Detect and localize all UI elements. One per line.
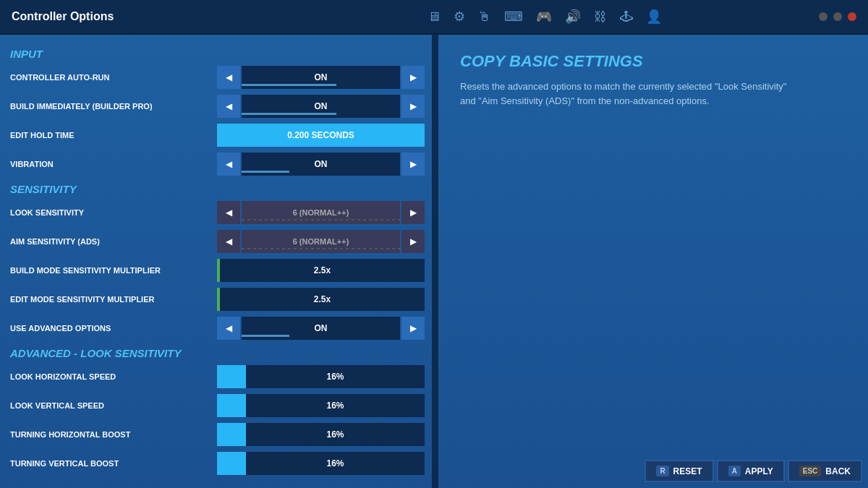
gear-icon[interactable]: ⚙ xyxy=(454,9,465,25)
turn-v-boost-label: TURNING VERTICAL BOOST xyxy=(7,459,217,468)
build-immediately-value: ON xyxy=(242,95,400,118)
aim-sensitivity-right-arrow[interactable]: ▶ xyxy=(401,230,425,253)
aim-sensitivity-control: ◀ 6 (NORMAL++) ▶ xyxy=(217,230,425,253)
look-v-speed-label: LOOK VERTICAL SPEED xyxy=(7,401,217,410)
look-sensitivity-left-arrow[interactable]: ◀ xyxy=(217,201,240,224)
look-h-speed-control: 16% xyxy=(217,365,425,388)
edit-hold-time-label: EDIT HOLD TIME xyxy=(7,131,217,140)
setting-row-vibration: VIBRATION ◀ ON ▶ xyxy=(7,151,425,177)
build-multiplier-value: 2.5x xyxy=(220,265,425,275)
reset-key: R xyxy=(656,466,668,476)
aim-sensitivity-value: 6 (NORMAL++) xyxy=(242,230,400,253)
edit-multiplier-value: 2.5x xyxy=(220,294,425,304)
setting-row-build-multiplier: BUILD MODE SENSITIVITY MULTIPLIER 2.5x xyxy=(7,257,425,283)
build-multiplier-label: BUILD MODE SENSITIVITY MULTIPLIER xyxy=(7,266,217,275)
user-icon[interactable]: 👤 xyxy=(646,9,662,25)
auto-run-value: ON xyxy=(242,66,400,89)
setting-row-aim-sensitivity: AIM SENSITIVITY (ADS) ◀ 6 (NORMAL++) ▶ xyxy=(7,228,425,254)
look-sensitivity-control: ◀ 6 (NORMAL++) ▶ xyxy=(217,201,425,224)
auto-run-label: CONTROLLER AUTO-RUN xyxy=(7,73,217,82)
setting-row-turn-v-boost: TURNING VERTICAL BOOST 16% xyxy=(7,450,425,476)
edit-multiplier-control: 2.5x xyxy=(217,288,425,311)
footer: R RESET A APPLY ESC BACK xyxy=(639,454,868,488)
back-label: BACK xyxy=(825,466,851,476)
right-panel: COPY BASIC SETTINGS Resets the advanced … xyxy=(438,35,868,488)
setting-row-build-immediately: BUILD IMMEDIATELY (BUILDER PRO) ◀ ON ▶ xyxy=(7,93,425,119)
edit-hold-time-control: 0.200 Seconds xyxy=(217,124,425,147)
look-h-speed-value: 16% xyxy=(246,372,425,382)
setting-row-use-advanced: USE ADVANCED OPTIONS ◀ ON ▶ xyxy=(7,315,425,341)
copy-settings-title: COPY BASIC SETTINGS xyxy=(460,52,846,71)
scroll-divider xyxy=(434,35,438,488)
aim-sensitivity-label: AIM SENSITIVITY (ADS) xyxy=(7,237,217,246)
close-button[interactable] xyxy=(848,12,856,21)
build-immediately-control: ◀ ON ▶ xyxy=(217,95,425,118)
vibration-value: ON xyxy=(242,153,400,176)
keyboard-icon[interactable]: ⌨ xyxy=(504,9,523,25)
use-advanced-right-arrow[interactable]: ▶ xyxy=(401,317,425,340)
apply-key: A xyxy=(728,466,741,476)
turn-v-boost-control: 16% xyxy=(217,452,425,475)
sensitivity-section-header: SENSITIVITY xyxy=(10,183,425,195)
build-immediately-label: BUILD IMMEDIATELY (BUILDER PRO) xyxy=(7,102,217,111)
nav-icons-container: 🖥 ⚙ 🖱 ⌨ 🎮 🔊 ⛓ 🕹 👤 xyxy=(427,9,662,25)
reset-button[interactable]: R RESET xyxy=(644,460,713,482)
maximize-button[interactable] xyxy=(833,12,842,21)
look-sensitivity-label: LOOK SENSITIVITY xyxy=(7,208,217,217)
look-h-speed-label: LOOK HORIZONTAL SPEED xyxy=(7,372,217,381)
aim-sensitivity-left-arrow[interactable]: ◀ xyxy=(217,230,240,253)
left-panel: INPUT CONTROLLER AUTO-RUN ◀ ON ▶ BUILD I… xyxy=(0,35,434,488)
look-v-speed-value: 16% xyxy=(246,401,425,411)
edit-hold-time-value: 0.200 Seconds xyxy=(217,124,425,147)
setting-row-turn-h-boost: TURNING HORIZONTAL BOOST 16% xyxy=(7,421,425,448)
vibration-right-arrow[interactable]: ▶ xyxy=(401,153,425,176)
auto-run-left-arrow[interactable]: ◀ xyxy=(217,66,240,89)
look-sensitivity-value: 6 (NORMAL++) xyxy=(242,201,400,224)
use-advanced-value: ON xyxy=(242,317,400,340)
vibration-control: ◀ ON ▶ xyxy=(217,153,425,176)
turn-v-boost-value: 16% xyxy=(246,458,425,468)
build-immediately-right-arrow[interactable]: ▶ xyxy=(401,95,425,118)
vibration-label: VIBRATION xyxy=(7,160,217,168)
use-advanced-left-arrow[interactable]: ◀ xyxy=(217,317,240,340)
back-key: ESC xyxy=(799,466,822,476)
setting-row-auto-run: CONTROLLER AUTO-RUN ◀ ON ▶ xyxy=(7,64,425,90)
setting-row-edit-hold-time: EDIT HOLD TIME 0.200 Seconds xyxy=(7,122,425,148)
gamepad-icon[interactable]: 🕹 xyxy=(620,9,633,25)
build-multiplier-control: 2.5x xyxy=(217,259,425,282)
display-icon[interactable]: 🖱 xyxy=(478,9,491,25)
auto-run-right-arrow[interactable]: ▶ xyxy=(401,66,425,89)
turn-h-boost-label: TURNING HORIZONTAL BOOST xyxy=(7,430,217,439)
minimize-button[interactable] xyxy=(819,12,827,21)
reset-label: RESET xyxy=(673,466,702,476)
turn-h-boost-control: 16% xyxy=(217,423,425,446)
copy-settings-description: Resets the advanced options to match the… xyxy=(460,80,793,108)
window-title: Controller Options xyxy=(12,10,114,23)
input-section-header: INPUT xyxy=(10,48,425,60)
audio-icon[interactable]: 🔊 xyxy=(565,9,581,25)
setting-row-edit-multiplier: EDIT MODE SENSITIVITY MULTIPLIER 2.5x xyxy=(7,286,425,312)
vibration-left-arrow[interactable]: ◀ xyxy=(217,153,240,176)
build-immediately-left-arrow[interactable]: ◀ xyxy=(217,95,240,118)
look-sensitivity-right-arrow[interactable]: ▶ xyxy=(401,201,425,224)
look-v-speed-control: 16% xyxy=(217,394,425,417)
apply-button[interactable]: A APPLY xyxy=(717,460,785,482)
use-advanced-label: USE ADVANCED OPTIONS xyxy=(7,324,217,333)
turn-h-boost-value: 16% xyxy=(246,429,425,440)
setting-row-look-sensitivity: LOOK SENSITIVITY ◀ 6 (NORMAL++) ▶ xyxy=(7,200,425,226)
auto-run-control: ◀ ON ▶ xyxy=(217,66,425,89)
title-bar: Controller Options 🖥 ⚙ 🖱 ⌨ 🎮 🔊 ⛓ 🕹 👤 xyxy=(0,0,868,35)
edit-multiplier-label: EDIT MODE SENSITIVITY MULTIPLIER xyxy=(7,295,217,304)
setting-row-look-v-speed: LOOK VERTICAL SPEED 16% xyxy=(7,393,425,419)
setting-row-look-h-speed: LOOK HORIZONTAL SPEED 16% xyxy=(7,364,425,390)
advanced-look-section-header: ADVANCED - LOOK SENSITIVITY xyxy=(10,347,425,359)
use-advanced-control: ◀ ON ▶ xyxy=(217,317,425,340)
main-layout: INPUT CONTROLLER AUTO-RUN ◀ ON ▶ BUILD I… xyxy=(0,35,868,488)
network-icon[interactable]: ⛓ xyxy=(594,9,607,25)
window-controls xyxy=(819,12,856,21)
apply-label: APPLY xyxy=(745,466,773,476)
controller-icon[interactable]: 🎮 xyxy=(536,9,552,25)
monitor-icon[interactable]: 🖥 xyxy=(427,9,441,25)
back-button[interactable]: ESC BACK xyxy=(788,460,862,482)
